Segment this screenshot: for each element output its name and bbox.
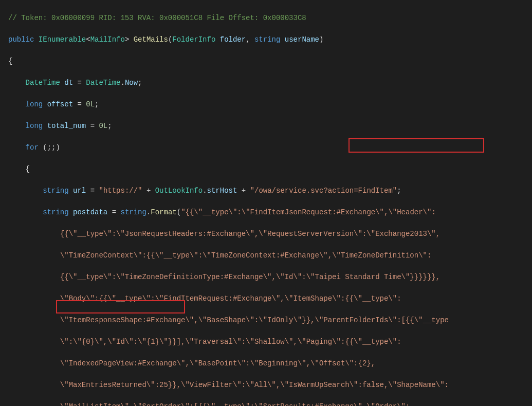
code-line: // Token: 0x06000099 RID: 153 RVA: 0x000… — [8, 13, 532, 24]
code-line: DateTime dt = DateTime.Now; — [8, 78, 532, 88]
code-line: public IEnumerable<MailInfo> GetMails(Fo… — [8, 34, 532, 45]
code-line: {{\"__type\":\"TimeZoneDefinitionType:#E… — [8, 272, 532, 283]
comment-text: // Token: 0x06000099 RID: 153 RVA: 0x000… — [8, 14, 306, 22]
code-line: \":\"{0}\",\"Id\":\"{1}\"}}],\"Traversal… — [8, 337, 532, 347]
code-line: \"TimeZoneContext\":{{\"__type\":\"TimeZ… — [8, 250, 532, 261]
code-line: string url = "https://" + OutLookInfo.st… — [8, 186, 532, 196]
code-line: \"MaxEntriesReturned\":25}},\"ViewFilter… — [8, 380, 532, 391]
code-line: string postdata = string.Format("{{\"__t… — [8, 207, 532, 218]
code-line: long total_num = 0L; — [8, 121, 532, 132]
taipei-time-string: :\"Taipei Standard Time\"} — [302, 273, 414, 281]
code-line: { — [8, 56, 532, 67]
code-line: \"MailListItem\",\"SortOrder\":[{{\"__ty… — [8, 401, 532, 406]
code-line: \"ItemResponseShape:#Exchange\",\"BaseSh… — [8, 315, 532, 326]
code-line: \"IndexedPageView:#Exchange\",\"BasePoin… — [8, 358, 532, 369]
code-line: \"Body\":{{\"__type\":\"FindItemRequest:… — [8, 293, 532, 304]
code-line: for (;;) — [8, 142, 532, 153]
code-editor[interactable]: // Token: 0x06000099 RID: 153 RVA: 0x000… — [0, 0, 532, 406]
code-line: long offset = 0L; — [8, 99, 532, 110]
code-line: {{\"__type\":\"JsonRequestHeaders:#Excha… — [8, 229, 532, 239]
code-line: { — [8, 164, 532, 175]
